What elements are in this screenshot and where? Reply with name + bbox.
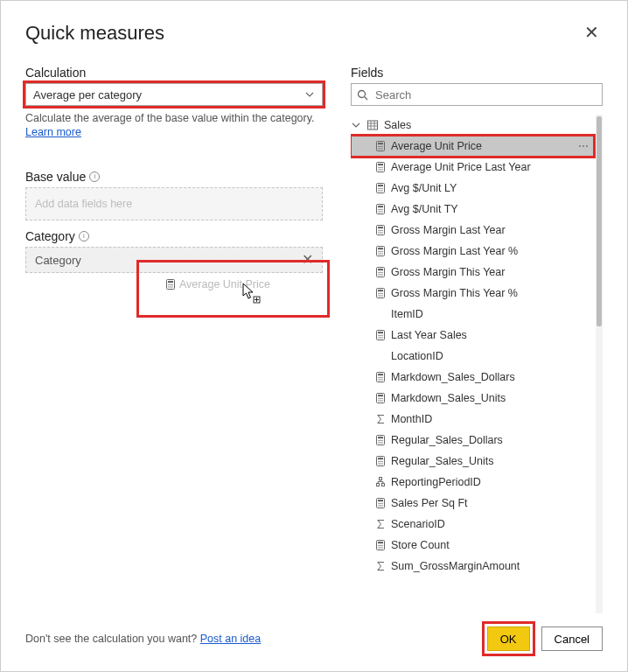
chevron-down-icon	[304, 89, 315, 100]
fields-label: Fields	[351, 66, 603, 80]
ok-button[interactable]: OK	[487, 626, 530, 651]
tree-item[interactable]: Sales Per Sq Ft	[351, 493, 594, 514]
search-box[interactable]	[351, 83, 603, 106]
category-header: Category i	[25, 229, 323, 243]
post-idea-link[interactable]: Post an idea	[200, 633, 262, 645]
tree-item[interactable]: MonthID	[351, 409, 594, 430]
tree-item-label: Gross Margin Last Year %	[391, 245, 518, 257]
dialog-title: Quick measures	[25, 22, 164, 45]
tree-item[interactable]: Gross Margin Last Year	[351, 220, 594, 241]
category-field-chip[interactable]: Category ✕	[25, 247, 323, 273]
chevron-down-icon	[351, 120, 361, 130]
calc-icon	[375, 392, 386, 404]
fields-tree[interactable]: SalesAverage Unit Price⋯Average Unit Pri…	[351, 115, 603, 613]
calc-icon	[375, 497, 386, 509]
calc-icon	[375, 224, 386, 236]
tree-item-label: Gross Margin This Year %	[391, 287, 518, 299]
svg-rect-14	[254, 297, 260, 303]
highlight-box-ok: OK	[485, 624, 533, 654]
calculation-label: Calculation	[25, 66, 323, 80]
cursor-icon	[242, 283, 262, 305]
quick-measures-dialog: Quick measures ✕ Calculation Average per…	[0, 0, 628, 672]
base-value-dropzone[interactable]: Add data fields here	[25, 187, 323, 220]
tree-item-label: Regular_Sales_Units	[391, 455, 493, 467]
tree-item[interactable]: Gross Margin Last Year %	[351, 241, 594, 262]
tree-item[interactable]: ItemID	[351, 304, 594, 325]
tree-item-label: Average Unit Price	[391, 140, 482, 152]
tree-item-label: Last Year Sales	[391, 329, 467, 341]
calc-icon	[375, 182, 386, 194]
tree-item-label: Gross Margin Last Year	[391, 224, 506, 236]
scrollbar[interactable]	[596, 115, 603, 613]
tree-item-label: Sales Per Sq Ft	[391, 497, 468, 509]
search-icon	[357, 89, 368, 101]
calculation-dropdown[interactable]: Average per category	[25, 83, 323, 106]
tree-item[interactable]: Regular_Sales_Units	[351, 451, 594, 472]
remove-category-button[interactable]: ✕	[302, 253, 313, 267]
calc-icon	[375, 245, 386, 257]
tree-item[interactable]: Regular_Sales_Dollars	[351, 430, 594, 451]
calc-icon	[375, 266, 386, 278]
calculator-icon	[165, 278, 176, 290]
tree-item[interactable]: Avg $/Unit LY	[351, 178, 594, 199]
category-value: Category	[35, 254, 81, 267]
close-button[interactable]: ✕	[581, 22, 603, 43]
calc-icon	[375, 140, 386, 152]
calculation-description: Calculate the average of the base value …	[25, 111, 323, 125]
tree-item-label: Gross Margin This Year	[391, 266, 505, 278]
scrollbar-thumb[interactable]	[597, 116, 602, 326]
tree-item[interactable]: Avg $/Unit TY	[351, 199, 594, 220]
calculation-value: Average per category	[33, 88, 142, 102]
tree-item[interactable]: Markdown_Sales_Units	[351, 388, 594, 409]
calc-icon	[375, 455, 386, 467]
info-icon[interactable]: i	[89, 172, 100, 182]
calc-icon	[375, 329, 386, 341]
tree-item[interactable]: Sum_GrossMarginAmount	[351, 556, 594, 577]
more-icon[interactable]: ⋯	[578, 140, 589, 152]
tree-parent-label: Sales	[384, 119, 411, 131]
tree-item-label: ScenarioID	[391, 518, 445, 530]
sigma-icon	[375, 413, 386, 425]
footer-prompt: Don't see the calculation you want? Post…	[25, 633, 261, 645]
base-value-placeholder: Add data fields here	[35, 198, 132, 210]
base-value-label: Base value	[25, 170, 86, 184]
tree-item-label: Average Unit Price Last Year	[391, 161, 531, 173]
tree-item[interactable]: Average Unit Price Last Year	[351, 157, 594, 178]
tree-item-label: ReportingPeriodID	[391, 476, 481, 488]
tree-item[interactable]: ScenarioID	[351, 514, 594, 535]
sigma-icon	[375, 560, 386, 572]
drag-ghost: Average Unit Price	[165, 278, 270, 290]
tree-item-label: MonthID	[391, 413, 432, 425]
search-input[interactable]	[373, 88, 597, 102]
cancel-button[interactable]: Cancel	[541, 626, 603, 651]
calc-icon	[375, 371, 386, 383]
tree-item[interactable]: Last Year Sales	[351, 325, 594, 346]
tree-item[interactable]: LocationID	[351, 346, 594, 367]
calc-icon	[375, 539, 386, 551]
calc-icon	[375, 161, 386, 173]
sigma-icon	[375, 518, 386, 530]
tree-item-label: LocationID	[391, 350, 443, 362]
tree-item[interactable]: Store Count	[351, 535, 594, 556]
tree-item-label: Avg $/Unit LY	[391, 182, 457, 194]
info-icon[interactable]: i	[79, 231, 89, 242]
calc-icon	[375, 434, 386, 446]
left-panel: Calculation Average per category Calcula…	[25, 66, 323, 613]
hierarchy-icon	[375, 476, 386, 488]
tree-item-label: Markdown_Sales_Units	[391, 392, 506, 404]
dialog-header: Quick measures ✕	[25, 22, 603, 45]
tree-item[interactable]: Gross Margin This Year %	[351, 283, 594, 304]
tree-item-label: Sum_GrossMarginAmount	[391, 560, 520, 572]
tree-parent-sales[interactable]: Sales	[351, 115, 594, 136]
tree-item-label: Markdown_Sales_Dollars	[391, 371, 515, 383]
tree-item-label: Regular_Sales_Dollars	[391, 434, 503, 446]
tree-item-label: ItemID	[391, 308, 423, 320]
tree-item[interactable]: Gross Margin This Year	[351, 262, 594, 283]
learn-more-link[interactable]: Learn more	[25, 126, 81, 138]
tree-item-label: Store Count	[391, 539, 450, 551]
tree-item[interactable]: ReportingPeriodID	[351, 472, 594, 493]
tree-item[interactable]: Average Unit Price⋯	[351, 136, 594, 157]
tree-item[interactable]: Markdown_Sales_Dollars	[351, 367, 594, 388]
calc-icon	[375, 287, 386, 299]
calc-icon	[375, 203, 386, 215]
